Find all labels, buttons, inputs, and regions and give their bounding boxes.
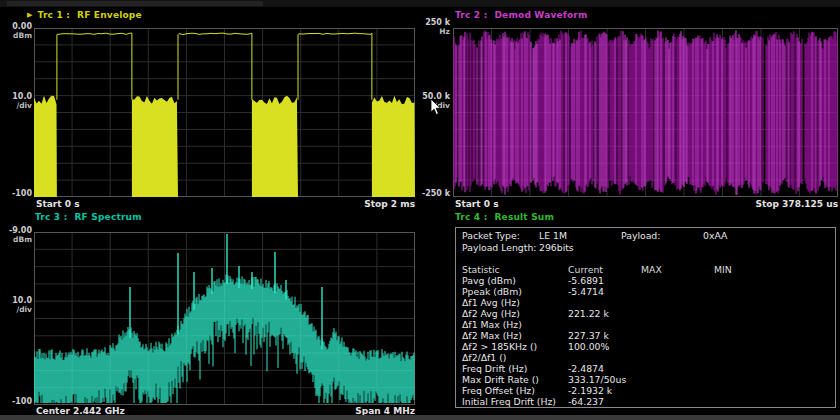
table-row: Δf1 Avg (Hz): [456, 297, 835, 308]
trc2-y-top-label: 250 kHz: [418, 18, 450, 36]
trc3-y-bottom-label: -100: [0, 397, 32, 406]
trace4-name: Result Sum: [494, 212, 554, 222]
table-row: Δf2/Δf1 (): [456, 352, 835, 363]
payload-length-value: 296bits: [539, 242, 574, 253]
trace2-name: Demod Waveform: [494, 10, 587, 20]
panel-title-demod-waveform[interactable]: Trc 2 :Demod Waveform: [455, 10, 588, 20]
signal-analyzer-screen: ▶Trc 1 :RF Envelope 0.00dBm 10.0/div -10…: [0, 0, 840, 420]
stat-current: -2.1932 k: [568, 385, 612, 396]
stat-current: -2.4874: [568, 363, 604, 374]
trc2-x-stop-label: Stop 378.125 us: [688, 199, 838, 209]
selected-trace-marker-icon: ▶: [27, 11, 33, 19]
trace1-name: RF Envelope: [77, 10, 142, 20]
stat-name: Δf2 Max (Hz): [462, 330, 522, 341]
table-row: Δf2 > 185KHz () 100.00%: [456, 341, 835, 352]
table-spacer: [456, 255, 835, 264]
result-summary-table: Packet Type: LE 1M Payload: 0xAA Payload…: [455, 227, 836, 408]
table-row: Ppeak (dBm) -5.4714: [456, 286, 835, 297]
top-strip-texture: [7, 1, 263, 6]
stat-current: -5.4714: [568, 286, 604, 297]
stats-header-row: Statistic Current MAX MIN: [456, 264, 835, 275]
packet-info-row: Payload Length: 296bits: [456, 242, 835, 254]
table-row: Freq Offset (Hz) -2.1932 k: [456, 385, 835, 396]
trc1-y-bottom-label: -100: [0, 189, 32, 198]
stat-current: -64.237: [568, 396, 604, 407]
stat-name: Initial Freq Drift (Hz): [462, 396, 556, 407]
window-top-strip: [0, 0, 840, 7]
table-row: Δf2 Avg (Hz) 221.22 k: [456, 308, 835, 319]
table-row: Initial Freq Drift (Hz) -64.237: [456, 396, 835, 407]
stat-name: Ppeak (dBm): [462, 286, 522, 297]
col-max: MAX: [641, 264, 662, 275]
table-row: Max Drift Rate () 333.17/50us: [456, 374, 835, 385]
stat-name: Δf1 Max (Hz): [462, 319, 522, 330]
stat-current: 221.22 k: [568, 308, 609, 319]
stat-current: 100.00%: [568, 341, 609, 352]
stat-name: Δf1 Avg (Hz): [462, 297, 520, 308]
stat-name: Δf2 > 185KHz (): [462, 341, 537, 352]
trace3-name: RF Spectrum: [74, 212, 141, 222]
col-min: MIN: [714, 264, 732, 275]
mouse-cursor-icon: [430, 98, 442, 116]
trc1-x-stop-label: Stop 2 ms: [265, 199, 415, 209]
trc3-y-top-label: -9.00dBm: [0, 226, 32, 244]
trace3-prefix: Trc 3 :: [35, 212, 67, 222]
table-row: Δf1 Max (Hz): [456, 319, 835, 330]
trc2-y-bottom-label: -250 k: [418, 189, 450, 198]
packet-info-row: Packet Type: LE 1M Payload: 0xAA: [456, 230, 835, 242]
stat-current: 333.17/50us: [568, 374, 626, 385]
col-statistic: Statistic: [462, 264, 500, 275]
rf-envelope-plot[interactable]: [34, 28, 415, 197]
stat-name: Δf2 Avg (Hz): [462, 308, 520, 319]
rf-spectrum-plot[interactable]: [34, 232, 415, 405]
stat-name: Freq Drift (Hz): [462, 363, 527, 374]
stat-current: 227.37 k: [568, 330, 609, 341]
packet-type-value: LE 1M: [539, 230, 567, 241]
table-row: Freq Drift (Hz) -2.4874: [456, 363, 835, 374]
demod-waveform-plot[interactable]: [453, 28, 838, 197]
trc1-y-top-label: 0.00dBm: [0, 22, 32, 40]
table-row: Pavg (dBm) -5.6891: [456, 275, 835, 286]
panel-title-result-summary[interactable]: Trc 4 :Result Sum: [455, 212, 554, 222]
stat-current: -5.6891: [568, 275, 604, 286]
trc2-x-start-label: Start 0 s: [455, 199, 498, 209]
payload-value: 0xAA: [703, 230, 727, 241]
stat-name: Δf2/Δf1 (): [462, 352, 506, 363]
window-bottom-strip: [0, 415, 840, 420]
stat-name: Pavg (dBm): [462, 275, 516, 286]
stat-name: Max Drift Rate (): [462, 374, 539, 385]
trc1-x-start-label: Start 0 s: [36, 199, 79, 209]
packet-type-label: Packet Type:: [462, 230, 520, 241]
stat-name: Freq Offset (Hz): [462, 385, 535, 396]
table-row: Δf2 Max (Hz) 227.37 k: [456, 330, 835, 341]
trc3-y-div-label: 10.0/div: [0, 296, 32, 314]
payload-length-label: Payload Length:: [462, 242, 536, 253]
trace4-prefix: Trc 4 :: [455, 212, 487, 222]
trace2-prefix: Trc 2 :: [455, 10, 487, 20]
panel-title-rf-spectrum[interactable]: Trc 3 :RF Spectrum: [35, 212, 142, 222]
trace1-prefix: Trc 1 :: [38, 10, 70, 20]
col-current: Current: [568, 264, 603, 275]
panel-title-rf-envelope[interactable]: ▶Trc 1 :RF Envelope: [27, 10, 142, 20]
payload-label: Payload:: [621, 230, 660, 241]
trc1-y-div-label: 10.0/div: [0, 92, 32, 110]
